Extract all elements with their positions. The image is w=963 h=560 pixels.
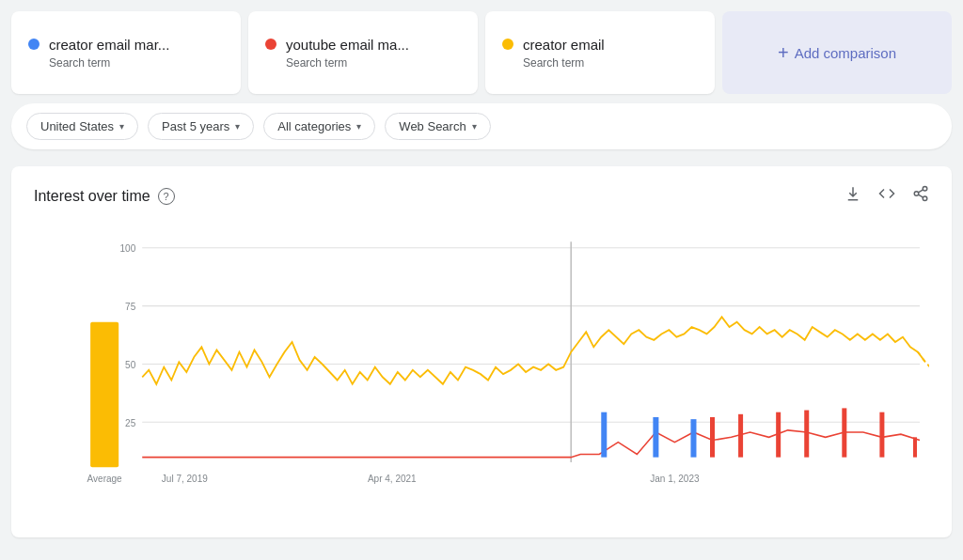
term-name-2: youtube email ma... bbox=[286, 37, 409, 53]
search-type-chevron: ▾ bbox=[472, 121, 477, 132]
svg-line-4 bbox=[918, 190, 923, 193]
filters-row: United States ▾ Past 5 years ▾ All categ… bbox=[11, 103, 952, 149]
svg-text:Average: Average bbox=[87, 474, 122, 484]
search-term-card-3[interactable]: creator email Search term bbox=[485, 11, 715, 94]
search-term-card-1[interactable]: creator email mar... Search term bbox=[11, 11, 241, 94]
svg-text:100: 100 bbox=[120, 243, 136, 254]
svg-rect-13 bbox=[90, 322, 118, 468]
category-filter[interactable]: All categories ▾ bbox=[263, 113, 375, 140]
svg-text:Jul 7, 2019: Jul 7, 2019 bbox=[162, 474, 208, 484]
search-type-filter[interactable]: Web Search ▾ bbox=[385, 113, 490, 140]
svg-text:Jan 1, 2023: Jan 1, 2023 bbox=[650, 474, 700, 484]
dot-3 bbox=[502, 39, 513, 50]
svg-point-1 bbox=[914, 192, 919, 196]
chart-header: Interest over time ? bbox=[34, 185, 929, 207]
svg-text:25: 25 bbox=[125, 417, 135, 428]
region-chevron: ▾ bbox=[119, 121, 124, 132]
svg-text:75: 75 bbox=[125, 302, 135, 312]
term-type-1: Search term bbox=[49, 56, 224, 70]
chart-title: Interest over time bbox=[34, 188, 150, 205]
chart-area: 100 75 50 25 Average Jul 7, 2019 Apr 4, … bbox=[34, 222, 929, 522]
interest-over-time-section: Interest over time ? 100 75 50 25 bbox=[11, 166, 952, 537]
add-comparison-label: Add comparison bbox=[795, 45, 896, 61]
search-term-card-2[interactable]: youtube email ma... Search term bbox=[248, 11, 478, 94]
term-name-1: creator email mar... bbox=[49, 37, 169, 53]
svg-point-2 bbox=[923, 196, 927, 201]
time-chevron: ▾ bbox=[235, 121, 240, 132]
svg-text:Apr 4, 2021: Apr 4, 2021 bbox=[368, 474, 417, 484]
search-type-label: Web Search bbox=[399, 119, 466, 133]
dot-2 bbox=[265, 39, 276, 50]
time-label: Past 5 years bbox=[162, 119, 229, 133]
term-name-3: creator email bbox=[523, 37, 605, 53]
svg-line-3 bbox=[918, 194, 923, 197]
dot-1 bbox=[28, 39, 39, 50]
category-chevron: ▾ bbox=[356, 121, 361, 132]
region-label: United States bbox=[40, 119, 114, 133]
chart-title-row: Interest over time ? bbox=[34, 188, 175, 205]
region-filter[interactable]: United States ▾ bbox=[26, 113, 138, 140]
time-filter[interactable]: Past 5 years ▾ bbox=[148, 113, 254, 140]
search-terms-row: creator email mar... Search term youtube… bbox=[11, 11, 952, 94]
add-comparison-card[interactable]: + Add comparison bbox=[722, 11, 952, 94]
plus-icon: + bbox=[778, 42, 789, 64]
chart-actions bbox=[845, 185, 929, 207]
term-type-2: Search term bbox=[286, 56, 461, 70]
download-icon[interactable] bbox=[845, 185, 861, 207]
svg-point-0 bbox=[923, 187, 927, 192]
share-icon[interactable] bbox=[912, 185, 929, 207]
term-type-3: Search term bbox=[523, 56, 698, 70]
category-label: All categories bbox=[277, 119, 351, 133]
chart-svg: 100 75 50 25 Average Jul 7, 2019 Apr 4, … bbox=[34, 222, 929, 522]
help-icon[interactable]: ? bbox=[158, 188, 175, 205]
svg-text:50: 50 bbox=[125, 359, 135, 369]
embed-icon[interactable] bbox=[878, 185, 895, 207]
